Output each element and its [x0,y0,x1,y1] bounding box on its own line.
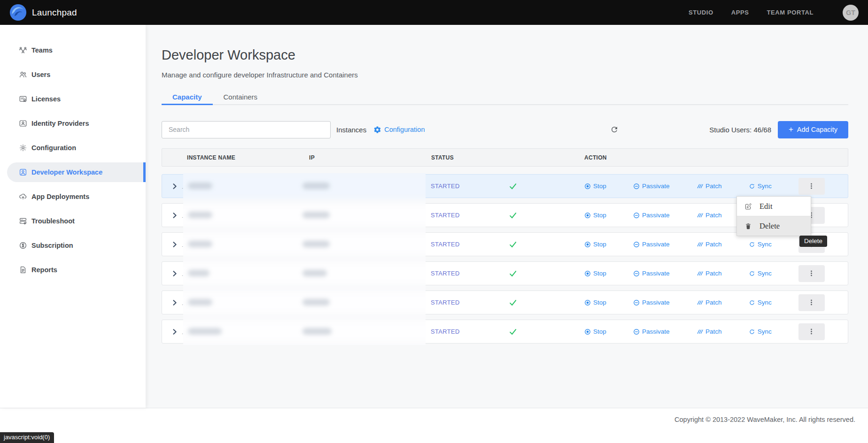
passivate-action[interactable]: Passivate [633,212,670,219]
sidebar-item-licenses[interactable]: Licenses [0,87,146,111]
table-row[interactable]: .. STARTED Stop Passivate Patch Sync [162,261,848,285]
menu-item-edit[interactable]: Edit [737,197,811,216]
stop-action[interactable]: Stop [584,212,606,219]
sync-icon [749,183,755,190]
nav-team-portal-link[interactable]: TEAM PORTAL [767,9,814,16]
brand-name: Launchpad [32,8,77,18]
footer: Copyright © 2013-2022 WaveMaker, Inc. Al… [0,408,868,443]
tab-containers[interactable]: Containers [213,89,269,104]
user-avatar[interactable]: GT [843,5,859,21]
table-row[interactable]: .. STARTED Stop Passivate Patch Sync [162,290,848,314]
patch-action[interactable]: Patch [697,270,722,277]
stop-icon [584,183,591,190]
patch-icon [697,183,703,190]
refresh-button[interactable] [610,125,619,134]
tab-capacity[interactable]: Capacity [162,89,213,104]
sidebar-item-users[interactable]: Users [0,62,146,87]
kebab-menu-button[interactable] [798,294,825,311]
brand[interactable]: Launchpad [9,4,77,21]
redacted-instance-name: .. [182,213,186,219]
expand-chevron-icon[interactable] [171,183,178,190]
kebab-icon [808,299,815,306]
status-text: STARTED [431,328,509,335]
patch-action[interactable]: Patch [697,328,722,335]
sidebar-item-developer-workspace[interactable]: Developer Workspace [0,160,146,184]
sidebar-item-reports[interactable]: Reports [0,258,146,282]
sidebar-item-identity-providers[interactable]: Identity Providers [0,111,146,136]
sidebar-nav: Teams Users Licenses Identity Providers … [0,25,146,282]
row-context-menu: Edit Delete [736,196,811,236]
redacted-instance-name: .. [182,271,186,277]
configuration-icon [19,144,27,152]
kebab-menu-button[interactable] [798,265,825,282]
stop-icon [584,212,591,219]
sidebar-item-app-deployments[interactable]: App Deployments [0,184,146,209]
stop-icon [584,299,591,306]
users-icon [19,70,27,79]
sync-action[interactable]: Sync [749,328,772,335]
table-row[interactable]: .. STARTED Stop Passivate Patch Sync [162,174,848,198]
kebab-menu-button[interactable] [798,178,825,195]
success-check-icon [509,328,517,336]
studio-users-count: Studio Users: 46/68 [709,126,771,134]
patch-action[interactable]: Patch [697,241,722,248]
patch-icon [697,299,703,306]
sync-action[interactable]: Sync [749,299,772,306]
kebab-menu-button[interactable] [798,323,825,340]
passivate-icon [633,299,640,306]
stop-action[interactable]: Stop [584,299,606,306]
stop-action[interactable]: Stop [584,241,606,248]
patch-action[interactable]: Patch [697,299,722,306]
success-check-icon [509,298,517,307]
expand-chevron-icon[interactable] [171,241,178,248]
col-ip: IP [304,154,426,161]
sidebar-item-configuration[interactable]: Configuration [0,136,146,160]
developer-workspace-icon [19,168,27,176]
copyright-text: Copyright © 2013-2022 WaveMaker, Inc. Al… [674,416,855,443]
expand-chevron-icon[interactable] [171,299,178,306]
patch-action[interactable]: Patch [697,183,722,190]
licenses-icon [19,95,27,103]
passivate-action[interactable]: Passivate [633,183,670,190]
stop-action[interactable]: Stop [584,270,606,277]
launchpad-app: Launchpad STUDIO APPS TEAM PORTAL GT Tea… [0,0,868,443]
sync-action[interactable]: Sync [749,241,772,248]
sidebar-item-subscription[interactable]: Subscription [0,233,146,258]
sync-icon [749,299,755,306]
nav-studio-link[interactable]: STUDIO [689,9,713,16]
tab-bar: Capacity Containers [162,89,848,105]
redacted-instance-name: .. [182,242,186,248]
expand-chevron-icon[interactable] [171,328,178,335]
passivate-icon [633,212,640,219]
nav-apps-link[interactable]: APPS [731,9,749,16]
menu-item-delete[interactable]: Delete [737,216,811,236]
passivate-action[interactable]: Passivate [633,328,670,335]
app-deployments-icon [19,192,27,201]
passivate-action[interactable]: Passivate [633,241,670,248]
expand-chevron-icon[interactable] [171,212,178,219]
plus-icon: + [789,125,793,134]
page-subtitle: Manage and configure developer Infrastru… [162,71,358,79]
identity-providers-icon [19,119,27,128]
reports-icon [19,266,27,274]
patch-action[interactable]: Patch [697,212,722,219]
configuration-link[interactable]: Configuration [373,126,425,134]
stop-action[interactable]: Stop [584,183,606,190]
success-check-icon [509,240,517,249]
sync-action[interactable]: Sync [749,183,772,190]
passivate-action[interactable]: Passivate [633,299,670,306]
search-input[interactable] [162,121,331,138]
kebab-icon [808,183,815,190]
sidebar-item-troubleshoot[interactable]: Troubleshoot [0,209,146,233]
sync-icon [749,270,755,277]
expand-chevron-icon[interactable] [171,270,178,277]
table-row[interactable]: .. STARTED Stop Passivate Patch Sync [162,320,848,344]
success-check-icon [509,269,517,278]
passivate-action[interactable]: Passivate [633,270,670,277]
sidebar-item-teams[interactable]: Teams [0,38,146,62]
instances-toolbar: Instances Configuration Studio Users: 46… [162,121,848,138]
status-text: STARTED [431,241,509,248]
sync-action[interactable]: Sync [749,270,772,277]
add-capacity-button[interactable]: + Add Capacity [778,121,848,138]
stop-action[interactable]: Stop [584,328,606,335]
